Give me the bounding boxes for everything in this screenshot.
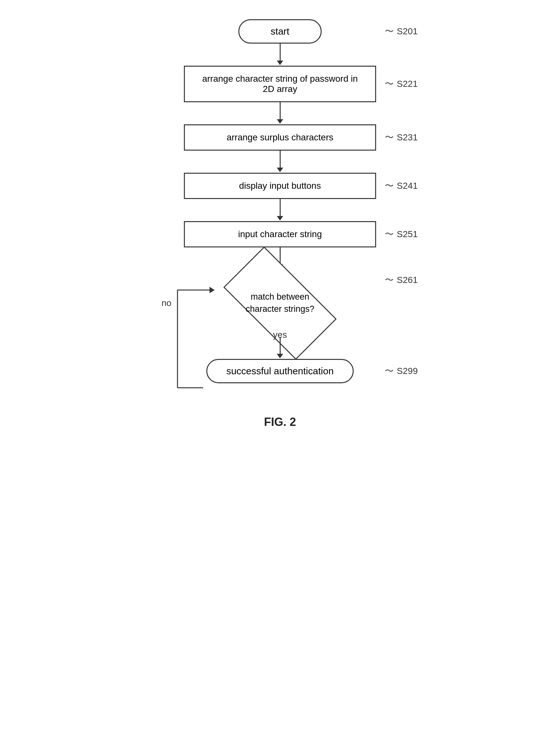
tilde-s221: 〜: [385, 78, 394, 90]
s241-label: S241: [397, 181, 418, 191]
s221-row: arrange character string of password in …: [136, 66, 424, 102]
s261-row: match betweencharacter strings? 〜 S261 n…: [136, 269, 424, 337]
s231-row: arrange surplus characters 〜 S231: [136, 124, 424, 151]
s251-step-label: 〜 S251: [385, 228, 418, 240]
s261-step-label: 〜 S261: [385, 274, 418, 286]
s299-node: successful authentication: [206, 359, 354, 383]
tilde-s231: 〜: [385, 131, 394, 144]
s251-node: input character string: [184, 221, 376, 248]
s231-label: S231: [397, 132, 418, 143]
tilde-s241: 〜: [385, 180, 394, 192]
arrow-2: [280, 102, 281, 120]
s231-node: arrange surplus characters: [184, 124, 376, 151]
s261-label: S261: [397, 275, 418, 285]
s299-row: successful authentication 〜 S299: [136, 359, 424, 383]
main-flow: start 〜 S201 arrange character string of…: [136, 0, 424, 429]
tilde-s251: 〜: [385, 228, 394, 240]
s241-row: display input buttons 〜 S241: [136, 173, 424, 199]
s251-row: input character string 〜 S251: [136, 221, 424, 248]
s299-label: S299: [397, 366, 418, 376]
arrow-4: [280, 199, 281, 216]
tilde-s201: 〜: [385, 25, 394, 37]
arrow-6: [280, 337, 281, 355]
start-step-label: 〜 S201: [385, 25, 418, 37]
start-node: start: [238, 19, 322, 44]
s231-step-label: 〜 S231: [385, 131, 418, 144]
arrow-3: [280, 151, 281, 168]
start-row: start 〜 S201: [136, 19, 424, 44]
s221-node: arrange character string of password in …: [184, 66, 376, 102]
s221-label: S221: [397, 79, 418, 89]
tilde-s261: 〜: [385, 274, 394, 286]
s261-diamond-wrapper: match betweencharacter strings?: [219, 271, 341, 335]
s241-node: display input buttons: [184, 173, 376, 199]
tilde-s299: 〜: [385, 365, 394, 377]
s261-diamond-text: match betweencharacter strings?: [242, 291, 318, 315]
flowchart-diagram: start 〜 S201 arrange character string of…: [136, 0, 424, 429]
s251-label: S251: [397, 229, 418, 239]
s201-label: S201: [397, 26, 418, 36]
arrow-1: [280, 44, 281, 61]
no-label: no: [161, 298, 171, 308]
s299-step-label: 〜 S299: [385, 365, 418, 377]
s241-step-label: 〜 S241: [385, 180, 418, 192]
figure-label: FIG. 2: [264, 415, 296, 429]
s221-step-label: 〜 S221: [385, 78, 418, 90]
